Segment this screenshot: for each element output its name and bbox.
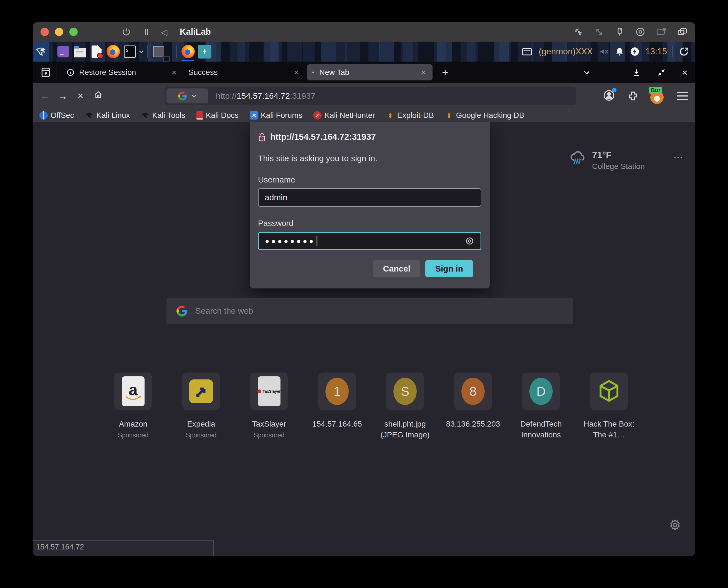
downloads-icon[interactable] (632, 68, 641, 77)
vm-window-title: KaliLab (180, 27, 211, 37)
shared-folder-icon[interactable] (656, 27, 666, 37)
newtab-settings-gear-icon[interactable] (669, 519, 681, 532)
cursor-capture-icon[interactable] (574, 27, 584, 37)
chevron-down-icon (191, 93, 197, 99)
close-window-button[interactable] (41, 28, 49, 36)
cancel-button[interactable]: Cancel (373, 260, 420, 277)
insecure-lock-icon (258, 132, 266, 142)
newtab-page: http://154.57.164.72:31937 This site is … (33, 122, 695, 556)
bookmark-kali-linux[interactable]: Kali Linux (85, 111, 130, 120)
menu-hamburger-icon[interactable] (677, 92, 688, 100)
new-tab-button[interactable]: + (439, 66, 451, 79)
audio-muted-icon[interactable] (598, 47, 609, 57)
proxy-badge: Bur (649, 87, 662, 94)
zoom-window-button[interactable] (69, 28, 78, 36)
kali-docs-icon (196, 111, 203, 120)
password-field[interactable]: ●●●●●●●● (258, 232, 481, 250)
status-url: 154.57.164.72 (36, 543, 84, 551)
hackthebox-icon (590, 373, 628, 410)
weather-menu-icon[interactable]: … (673, 149, 684, 161)
windows-icon[interactable] (677, 27, 687, 37)
notifications-bell-icon[interactable] (615, 47, 624, 57)
minimize-window-button[interactable] (55, 28, 63, 36)
power-manager-icon[interactable] (198, 45, 211, 58)
bookmark-kali-tools[interactable]: Kali Tools (141, 111, 185, 120)
weather-widget[interactable]: 71°F College Station … (569, 148, 685, 173)
sign-in-button[interactable]: Sign in (425, 260, 473, 277)
bookmark-kali-forums[interactable]: Kali Forums (250, 111, 302, 120)
search-input[interactable]: Search the web (166, 298, 573, 324)
restore-window-icon[interactable] (657, 68, 666, 77)
logout-icon[interactable] (679, 46, 689, 57)
rain-cloud-icon (569, 149, 587, 167)
firefox-running-icon[interactable] (182, 45, 195, 58)
clock[interactable]: 13:15 (645, 47, 667, 57)
vm-pause-icon[interactable] (142, 28, 151, 36)
bookmark-kali-nethunter[interactable]: Kali NetHunter (313, 111, 375, 120)
vm-back-icon[interactable]: ◁ (161, 27, 167, 37)
keyboard-tray-icon[interactable] (522, 47, 533, 56)
usb-icon[interactable] (615, 27, 625, 37)
tab-label: New Tab (319, 68, 349, 77)
tab-restore-session[interactable]: Restore Session × (61, 62, 183, 83)
bookmark-kali-docs[interactable]: Kali Docs (196, 111, 238, 120)
url-bar[interactable]: http://154.57.164.72:31937 (165, 87, 576, 105)
vm-power-icon[interactable] (122, 27, 131, 37)
terminal-icon[interactable]: $ (123, 45, 137, 58)
power-tray-icon[interactable] (630, 47, 640, 57)
shortcut-taxslayer[interactable]: TaxSlayer TaxSlayer Sponsored (238, 373, 299, 440)
shortcut-amazon[interactable]: a Amazon Sponsored (103, 373, 164, 440)
shortcut-defendtech[interactable]: D DefendTech Innovations (511, 373, 571, 440)
shortcut-154-57-164-65[interactable]: 1 154.57.164.65 (307, 373, 368, 440)
bookmark-offsec[interactable]: OffSec (39, 111, 74, 120)
account-icon[interactable] (603, 89, 615, 103)
nav-back-icon[interactable]: ← (36, 90, 54, 102)
tab-close-icon[interactable]: × (170, 67, 179, 78)
nav-home-icon[interactable] (89, 90, 107, 102)
shortcut-expedia[interactable]: Expedia Sponsored (171, 373, 232, 440)
taxslayer-icon: TaxSlayer (258, 376, 280, 406)
nav-stop-icon[interactable]: × (71, 90, 89, 102)
nav-forward-icon[interactable]: → (54, 90, 71, 102)
desktop-app-icon[interactable] (57, 45, 70, 58)
kali-dragon-icon (141, 111, 149, 120)
tab-new-tab[interactable]: • New Tab × (307, 64, 433, 80)
close-browser-icon[interactable]: × (682, 67, 687, 78)
firefox-navbar: ← → × http://154.57.164.72:31937 (33, 83, 695, 109)
kali-menu-icon[interactable] (33, 42, 49, 62)
tab-container-icon[interactable] (41, 66, 51, 79)
password-label: Password (258, 219, 481, 228)
auth-message: This site is asking you to sign in. (258, 154, 481, 163)
password-masked-value: ●●●●●●●● (265, 237, 315, 246)
tab-close-icon[interactable]: × (419, 67, 428, 78)
search-engine-chip[interactable] (166, 88, 208, 103)
sponsored-label: Sponsored (254, 432, 284, 439)
firefox-launcher-icon[interactable] (106, 45, 120, 58)
tab-success[interactable]: Success × (183, 62, 306, 83)
workspace-pager[interactable] (152, 45, 165, 58)
username-input[interactable] (265, 193, 475, 202)
tab-close-icon[interactable]: × (292, 67, 300, 78)
offsec-icon (39, 111, 48, 120)
vm-titlebar: ◁ KaliLab (33, 22, 695, 42)
site-letter-icon: D (529, 378, 553, 405)
optical-disc-icon[interactable] (635, 27, 645, 37)
username-field[interactable] (258, 188, 481, 207)
bookmark-exploit-db[interactable]: Exploit-DB (386, 111, 434, 120)
file-manager-icon[interactable] (73, 45, 87, 58)
bookmark-google-hacking-db[interactable]: Google Hacking DB (445, 111, 524, 120)
shortcut-83-136-255-203[interactable]: 8 83.136.255.203 (442, 373, 503, 440)
list-all-tabs-icon[interactable] (583, 68, 591, 77)
text-editor-icon[interactable] (90, 45, 103, 58)
foxyproxy-burp-icon[interactable]: Bur (650, 88, 665, 103)
resize-window-icon[interactable] (594, 27, 604, 37)
nethunter-icon (313, 111, 321, 120)
shortcut-hack-the-box[interactable]: Hack The Box: The #1… (579, 373, 640, 440)
kali-taskbar: $ (genmon)XXX 13:15 (33, 42, 695, 62)
reveal-password-eye-icon[interactable] (465, 236, 474, 246)
status-tooltip: 154.57.164.72 (33, 540, 214, 556)
shortcut-shell-pht-jpg[interactable]: S shell.pht.jpg (JPEG Image) (375, 373, 436, 440)
text-caret (316, 236, 317, 246)
terminal-dropdown-icon[interactable] (138, 48, 144, 55)
extensions-puzzle-icon[interactable] (627, 90, 639, 102)
